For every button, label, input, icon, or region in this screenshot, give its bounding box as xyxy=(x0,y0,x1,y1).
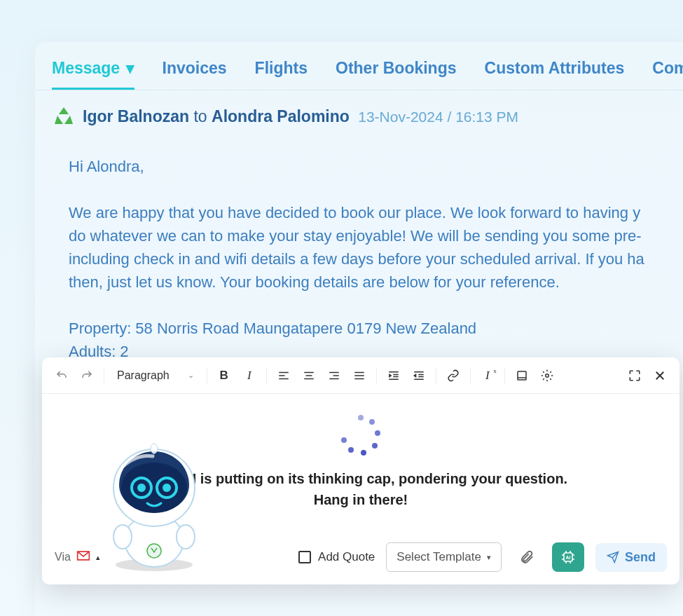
brand-logo-icon xyxy=(53,106,74,127)
svg-point-22 xyxy=(545,374,549,377)
caret-down-icon: ▾ xyxy=(487,553,491,562)
settings-button[interactable] xyxy=(536,364,558,387)
via-channel-select[interactable]: Via ▴ xyxy=(55,550,100,564)
svg-point-46 xyxy=(113,525,132,549)
editor-toolbar: Paragraph ⌄ B I Ix xyxy=(42,357,679,394)
fullscreen-button[interactable] xyxy=(623,364,646,387)
property-line: Property: 58 Norris Road Maungatapere 01… xyxy=(69,320,476,337)
italic-button[interactable]: I xyxy=(238,364,261,387)
align-right-button[interactable] xyxy=(323,364,345,387)
tab-comments[interactable]: Comm xyxy=(652,59,683,90)
tab-other-bookings[interactable]: Other Bookings xyxy=(336,59,457,90)
separator xyxy=(504,367,505,384)
template-label: Select Template xyxy=(396,550,481,564)
message-header: Igor Balnozan to Alondra Palomino 13-Nov… xyxy=(35,90,683,127)
indent-button[interactable] xyxy=(382,364,405,387)
link-button[interactable] xyxy=(442,364,464,387)
style-label: Paragraph xyxy=(117,369,170,382)
chevron-down-icon: ⌄ xyxy=(188,371,194,380)
add-quote-checkbox[interactable]: Add Quote xyxy=(298,550,375,564)
clear-format-button[interactable]: Ix xyxy=(476,364,499,387)
sender-name: Igor Balnozan xyxy=(83,107,189,125)
tab-bar: Message ▾ Invoices Flights Other Booking… xyxy=(35,52,683,90)
paragraph-style-select[interactable]: Paragraph ⌄ xyxy=(110,364,201,387)
chevron-down-icon: ▾ xyxy=(126,59,134,77)
checkbox-icon xyxy=(298,551,311,563)
ai-chip-icon: AI xyxy=(560,549,577,566)
to-label: to xyxy=(193,107,207,125)
redo-button[interactable] xyxy=(76,364,98,387)
align-left-button[interactable] xyxy=(272,364,295,387)
separator xyxy=(436,367,436,384)
add-quote-label: Add Quote xyxy=(318,550,375,564)
send-button[interactable]: Send xyxy=(595,543,667,572)
tab-flights[interactable]: Flights xyxy=(255,59,308,90)
svg-text:AI: AI xyxy=(565,555,570,560)
loading-spinner-icon xyxy=(340,415,382,457)
body-text: We are happy that you have decided to bo… xyxy=(69,204,644,291)
via-label: Via xyxy=(55,551,71,563)
message-body: Hi Alondra, We are happy that you have d… xyxy=(35,127,683,363)
bold-button[interactable]: B xyxy=(213,364,235,387)
paperclip-icon xyxy=(519,549,534,565)
align-justify-button[interactable] xyxy=(348,364,371,387)
separator xyxy=(470,367,471,384)
message-timestamp: 13-Nov-2024 / 16:13 PM xyxy=(358,109,518,125)
close-button[interactable] xyxy=(649,364,671,387)
ai-generate-button[interactable]: AI xyxy=(552,542,584,572)
outdent-button[interactable] xyxy=(408,364,430,387)
undo-button[interactable] xyxy=(50,364,73,387)
svg-point-47 xyxy=(177,525,195,549)
svg-rect-20 xyxy=(518,371,526,380)
send-icon xyxy=(607,551,619,563)
send-label: Send xyxy=(625,550,656,565)
tab-custom-attributes[interactable]: Custom Attributes xyxy=(485,59,625,90)
source-button[interactable] xyxy=(511,364,533,387)
tab-invoices[interactable]: Invoices xyxy=(163,59,227,90)
separator xyxy=(104,367,104,384)
recipient-name: Alondra Palomino xyxy=(212,107,350,125)
message-header-text: Igor Balnozan to Alondra Palomino 13-Nov… xyxy=(83,107,518,126)
svg-point-41 xyxy=(137,484,146,492)
svg-point-37 xyxy=(147,544,161,558)
svg-point-43 xyxy=(163,484,171,492)
attach-button[interactable] xyxy=(513,543,541,571)
envelope-icon xyxy=(76,550,90,564)
separator xyxy=(266,367,267,384)
select-template-dropdown[interactable]: Select Template ▾ xyxy=(386,542,502,572)
tab-label: Message xyxy=(52,59,120,77)
separator xyxy=(376,367,377,384)
greeting: Hi Alondra, xyxy=(69,158,144,175)
align-center-button[interactable] xyxy=(298,364,320,387)
robot-mascot-icon xyxy=(98,439,210,572)
separator xyxy=(207,367,207,384)
tab-message[interactable]: Message ▾ xyxy=(52,59,134,90)
